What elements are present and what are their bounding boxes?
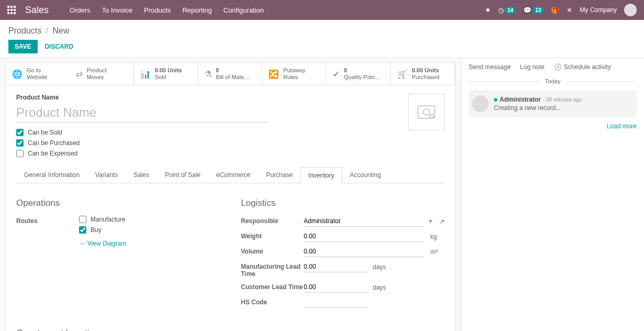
stat-bom-label: 0Bill of Mate... bbox=[216, 67, 250, 81]
tab-accounting[interactable]: Accounting bbox=[342, 167, 389, 183]
stat-sold-label: 0.00 UnitsSold bbox=[155, 67, 182, 81]
menu-orders[interactable]: Orders bbox=[70, 6, 91, 14]
tab-inventory[interactable]: Inventory bbox=[300, 167, 342, 183]
weight-input[interactable] bbox=[304, 231, 424, 242]
svg-rect-1 bbox=[10, 6, 13, 8]
hs-input[interactable] bbox=[304, 297, 367, 308]
form-scroll[interactable]: 🌐Go to Website ⇄Product Moves 📊0.00 Unit… bbox=[0, 58, 461, 331]
message-avatar bbox=[472, 95, 489, 112]
route-manufacture-row[interactable]: Manufacture bbox=[79, 216, 126, 223]
log-note-btn[interactable]: Log note bbox=[520, 63, 545, 71]
can-be-purchased-row[interactable]: Can be Purchased bbox=[16, 139, 408, 147]
app-title[interactable]: Sales bbox=[25, 5, 49, 16]
volume-label: Volume bbox=[241, 246, 304, 255]
mlt-label: Manufacturing Lead Time bbox=[241, 261, 304, 278]
svg-point-10 bbox=[423, 109, 430, 115]
breadcrumb-current: New bbox=[53, 26, 70, 35]
counterpart-heading: Counterpart Locations bbox=[16, 328, 445, 331]
menu-products[interactable]: Products bbox=[144, 6, 171, 14]
weight-unit: kg bbox=[431, 233, 437, 240]
view-diagram-link[interactable]: →View Diagram bbox=[79, 240, 126, 247]
tab-sales[interactable]: Sales bbox=[126, 167, 157, 183]
breadcrumb-sep: / bbox=[46, 26, 48, 35]
menu-to-invoice[interactable]: To Invoice bbox=[102, 6, 133, 14]
company-name[interactable]: My Company bbox=[580, 6, 617, 14]
mlt-input[interactable] bbox=[304, 261, 367, 272]
route-buy-row[interactable]: Buy bbox=[79, 226, 126, 234]
chatter-actions: Send message Log note 🕓Schedule activity bbox=[469, 63, 637, 71]
operations-heading: Operations bbox=[16, 198, 220, 208]
schedule-activity-btn[interactable]: 🕓Schedule activity bbox=[554, 63, 611, 71]
menu-reporting[interactable]: Reporting bbox=[183, 6, 212, 14]
load-more-link[interactable]: Load more bbox=[469, 123, 637, 130]
can-be-purchased-checkbox[interactable] bbox=[16, 139, 24, 147]
chat-icon[interactable]: 💬13 bbox=[523, 6, 544, 14]
top-navbar: Sales Orders To Invoice Products Reporti… bbox=[0, 0, 644, 20]
volume-input[interactable] bbox=[304, 246, 424, 257]
tab-variants[interactable]: Variants bbox=[87, 167, 126, 183]
route-manufacture-checkbox[interactable] bbox=[79, 216, 86, 223]
route-manufacture-label: Manufacture bbox=[91, 216, 126, 223]
tab-pos[interactable]: Point of Sale bbox=[157, 167, 208, 183]
can-be-expensed-row[interactable]: Can be Expensed bbox=[16, 150, 408, 157]
clt-input[interactable] bbox=[304, 282, 367, 293]
stat-website[interactable]: 🌐Go to Website bbox=[6, 63, 70, 85]
tools-icon[interactable]: ✕ bbox=[567, 6, 572, 14]
can-be-sold-checkbox[interactable] bbox=[16, 129, 24, 136]
arrow-right-icon: → bbox=[79, 240, 85, 247]
clock-icon: 🕓 bbox=[554, 63, 562, 71]
user-avatar[interactable] bbox=[624, 4, 637, 16]
stat-bom[interactable]: ⚗0Bill of Mate... bbox=[198, 63, 263, 85]
control-panel: Products / New SAVE DISCARD bbox=[0, 20, 644, 58]
dropdown-caret-icon[interactable]: ▼ bbox=[428, 218, 433, 224]
product-name-input[interactable] bbox=[16, 103, 267, 123]
top-menu: Orders To Invoice Products Reporting Con… bbox=[70, 6, 264, 14]
apps-grid-icon[interactable] bbox=[7, 6, 16, 14]
mlt-unit: days bbox=[373, 263, 386, 271]
bars-icon: 📊 bbox=[140, 69, 151, 79]
stat-purchased[interactable]: 🛒0.00 UnitsPurchased bbox=[391, 63, 455, 85]
chat-badge: 13 bbox=[533, 7, 544, 14]
responsible-input[interactable] bbox=[304, 216, 424, 227]
clt-label: Customer Lead Time bbox=[241, 282, 304, 291]
can-be-sold-label: Can be Sold bbox=[28, 129, 62, 136]
stat-putaway-label: Putaway Rules bbox=[283, 67, 305, 81]
volume-unit: m³ bbox=[431, 248, 438, 256]
product-image-upload[interactable] bbox=[408, 94, 445, 130]
breadcrumb-products[interactable]: Products bbox=[8, 26, 41, 35]
clock-badge: 14 bbox=[505, 7, 516, 14]
logistics-heading: Logistics bbox=[241, 198, 445, 208]
menu-configuration[interactable]: Configuration bbox=[223, 6, 264, 14]
send-message-btn[interactable]: Send message bbox=[469, 63, 511, 71]
clock-icon[interactable]: ◷14 bbox=[498, 6, 516, 14]
globe-icon: 🌐 bbox=[12, 69, 22, 79]
chatter-message: Administrator- 39 minutes ago Creating a… bbox=[469, 90, 637, 117]
gift-icon[interactable]: 🎁 bbox=[551, 6, 559, 14]
save-button[interactable]: SAVE bbox=[8, 40, 38, 53]
tab-content-inventory: Operations Routes Manufacture Buy →View … bbox=[16, 183, 445, 331]
external-link-icon[interactable]: ↗ bbox=[439, 218, 445, 225]
flask-icon: ⚗ bbox=[205, 69, 212, 79]
product-name-label: Product Name bbox=[16, 94, 408, 101]
chatter-panel: Send message Log note 🕓Schedule activity… bbox=[461, 58, 644, 331]
svg-rect-6 bbox=[7, 12, 9, 14]
main-wrap: 🌐Go to Website ⇄Product Moves 📊0.00 Unit… bbox=[0, 58, 644, 331]
stat-quality[interactable]: ✔0Quality Poin... bbox=[326, 63, 391, 85]
discard-button[interactable]: DISCARD bbox=[44, 43, 73, 50]
form-sheet: 🌐Go to Website ⇄Product Moves 📊0.00 Unit… bbox=[5, 62, 456, 331]
responsible-label: Responsible bbox=[241, 216, 304, 225]
bug-icon[interactable]: ✷ bbox=[485, 6, 491, 14]
stat-putaway[interactable]: 🔀Putaway Rules bbox=[262, 63, 326, 85]
stat-sold[interactable]: 📊0.00 UnitsSold bbox=[134, 63, 198, 85]
operations-column: Operations Routes Manufacture Buy →View … bbox=[16, 198, 220, 312]
can-be-sold-row[interactable]: Can be Sold bbox=[16, 129, 408, 136]
route-buy-checkbox[interactable] bbox=[79, 226, 86, 234]
message-time: - 39 minutes ago bbox=[543, 97, 582, 103]
stat-moves[interactable]: ⇄Product Moves bbox=[70, 63, 134, 85]
today-divider: Today bbox=[469, 77, 637, 85]
tab-ecommerce[interactable]: eCommerce bbox=[208, 167, 258, 183]
tab-general[interactable]: General Information bbox=[16, 167, 87, 183]
tab-purchase[interactable]: Purchase bbox=[258, 167, 301, 183]
svg-rect-8 bbox=[14, 12, 16, 14]
can-be-expensed-checkbox[interactable] bbox=[16, 150, 24, 157]
